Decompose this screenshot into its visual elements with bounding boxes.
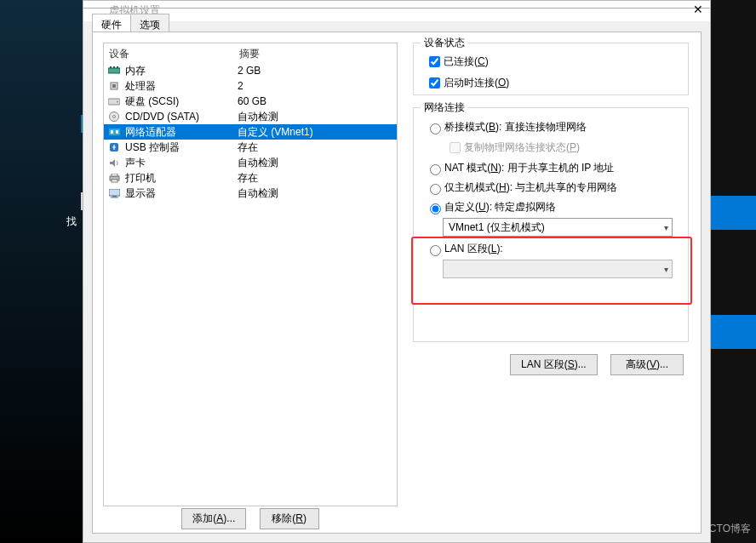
remove-button[interactable]: 移除(R) bbox=[260, 508, 319, 529]
svg-rect-5 bbox=[112, 84, 116, 88]
network-icon bbox=[107, 126, 121, 138]
memory-icon bbox=[107, 65, 121, 77]
chevron-down-icon: ▾ bbox=[664, 223, 668, 232]
bg-letter: 找 bbox=[66, 214, 77, 229]
svg-rect-11 bbox=[111, 130, 113, 134]
hardware-list-header: 设备 摘要 bbox=[104, 43, 397, 63]
group-network-title: 网络连接 bbox=[421, 100, 468, 115]
hw-label: CD/DVD (SATA) bbox=[125, 111, 238, 123]
radio-lan-segment[interactable]: LAN 区段(L): bbox=[426, 242, 688, 256]
svg-point-7 bbox=[117, 101, 118, 103]
svg-rect-12 bbox=[116, 130, 118, 134]
hw-label: 显示器 bbox=[125, 186, 238, 201]
lan-segments-button[interactable]: LAN 区段(S)... bbox=[510, 354, 598, 375]
radio-nat[interactable]: NAT 模式(N): 用于共享主机的 IP 地址 bbox=[426, 161, 688, 175]
lan-radio-input[interactable] bbox=[430, 245, 441, 256]
hw-row-display[interactable]: 显示器 自动检测 bbox=[104, 186, 397, 201]
hw-label: USB 控制器 bbox=[125, 140, 238, 155]
hostonly-radio-input[interactable] bbox=[430, 184, 441, 195]
svg-rect-16 bbox=[112, 180, 117, 182]
checkbox-replicate: 复制物理网络连接状态(P) bbox=[446, 140, 688, 156]
printer-icon bbox=[107, 172, 121, 184]
radio-hostonly[interactable]: 仅主机模式(H): 与主机共享的专用网络 bbox=[426, 180, 688, 195]
connected-label: 已连接(C) bbox=[444, 54, 489, 69]
hw-row-cddvd[interactable]: CD/DVD (SATA) 自动检测 bbox=[104, 109, 397, 124]
hw-value: 自定义 (VMnet1) bbox=[238, 125, 393, 140]
add-button[interactable]: 添加(A)... bbox=[181, 508, 246, 529]
svg-rect-0 bbox=[108, 68, 120, 73]
nat-label: NAT 模式(N): 用于共享主机的 IP 地址 bbox=[444, 161, 614, 175]
connected-checkbox-input[interactable] bbox=[429, 56, 440, 67]
hw-value: 存在 bbox=[238, 171, 393, 186]
hw-row-sound[interactable]: 声卡 自动检测 bbox=[104, 155, 397, 170]
display-icon bbox=[107, 187, 121, 199]
sound-icon bbox=[107, 157, 121, 169]
hw-row-cpu[interactable]: 处理器 2 bbox=[104, 78, 397, 94]
svg-rect-10 bbox=[109, 129, 120, 135]
chevron-down-icon: ▾ bbox=[664, 265, 668, 274]
svg-rect-15 bbox=[112, 174, 117, 176]
checkbox-connect-at-poweron[interactable]: 启动时连接(O) bbox=[426, 75, 688, 91]
lan-segment-combo: ▾ bbox=[443, 260, 673, 278]
replicate-checkbox-input bbox=[450, 142, 461, 153]
svg-rect-3 bbox=[117, 66, 118, 68]
hw-value: 自动检测 bbox=[238, 110, 393, 124]
hw-label: 内存 bbox=[125, 64, 238, 78]
advanced-button[interactable]: 高级(V)... bbox=[610, 354, 684, 375]
hw-value: 60 GB bbox=[238, 95, 393, 107]
hdd-icon bbox=[107, 95, 121, 107]
cd-icon bbox=[107, 111, 121, 123]
hw-row-network-adapter[interactable]: 网络适配器 自定义 (VMnet1) bbox=[104, 124, 397, 140]
svg-point-9 bbox=[113, 116, 116, 118]
radio-bridged[interactable]: 桥接模式(B): 直接连接物理网络 bbox=[426, 120, 688, 134]
hw-label: 硬盘 (SCSI) bbox=[125, 94, 238, 109]
cpu-icon bbox=[107, 80, 121, 92]
hw-row-harddisk[interactable]: 硬盘 (SCSI) 60 GB bbox=[104, 94, 397, 109]
group-device-state: 设备状态 已连接(C) 启动时连接(O) bbox=[413, 43, 689, 95]
nat-radio-input[interactable] bbox=[430, 164, 441, 175]
hw-row-printer[interactable]: 打印机 存在 bbox=[104, 170, 397, 186]
svg-rect-1 bbox=[110, 66, 112, 68]
col-device: 设备 bbox=[109, 47, 239, 61]
hw-value: 2 GB bbox=[238, 65, 393, 77]
checkbox-connected[interactable]: 已连接(C) bbox=[426, 54, 688, 70]
hw-value: 自动检测 bbox=[238, 186, 393, 201]
hw-label: 网络适配器 bbox=[125, 125, 238, 140]
hw-value: 2 bbox=[238, 80, 393, 92]
hostonly-label: 仅主机模式(H): 与主机共享的专用网络 bbox=[444, 180, 617, 195]
hw-value: 自动检测 bbox=[238, 156, 393, 170]
svg-rect-2 bbox=[113, 66, 115, 68]
dialog-titlebar: 虚拟机设置 ✕ bbox=[83, 1, 710, 21]
hw-label: 声卡 bbox=[125, 156, 238, 170]
tab-pane: 设备 摘要 内存 2 GB 处理器 2 硬盘 (SCSI) 60 GB CD/D… bbox=[92, 31, 702, 534]
close-icon[interactable]: ✕ bbox=[693, 3, 703, 16]
svg-rect-19 bbox=[111, 197, 118, 197]
replicate-label: 复制物理网络连接状态(P) bbox=[464, 140, 580, 155]
background-desktop bbox=[0, 0, 83, 543]
hw-label: 处理器 bbox=[125, 79, 238, 94]
hw-value: 存在 bbox=[238, 140, 393, 155]
lan-label: LAN 区段(L): bbox=[444, 242, 503, 256]
custom-label: 自定义(U): 特定虚拟网络 bbox=[444, 200, 556, 214]
network-extra-buttons: LAN 区段(S)... 高级(V)... bbox=[505, 354, 689, 375]
poweron-checkbox-input[interactable] bbox=[429, 77, 440, 89]
custom-vmnet-combo[interactable]: VMnet1 (仅主机模式) ▾ bbox=[443, 218, 673, 237]
bridged-radio-input[interactable] bbox=[430, 123, 441, 134]
bg-blue-2 bbox=[711, 315, 756, 349]
usb-icon bbox=[107, 141, 121, 153]
background-right bbox=[711, 0, 756, 543]
col-summary: 摘要 bbox=[239, 47, 260, 61]
vm-settings-dialog: 虚拟机设置 ✕ 硬件选项 设备 摘要 内存 2 GB 处理器 2 硬 bbox=[83, 0, 711, 543]
svg-rect-17 bbox=[109, 189, 120, 196]
svg-rect-18 bbox=[112, 196, 117, 197]
hw-row-usb[interactable]: USB 控制器 存在 bbox=[104, 140, 397, 155]
custom-radio-input[interactable] bbox=[430, 203, 441, 214]
radio-custom[interactable]: 自定义(U): 特定虚拟网络 bbox=[426, 200, 688, 214]
hw-row-memory[interactable]: 内存 2 GB bbox=[104, 63, 397, 78]
hardware-list[interactable]: 设备 摘要 内存 2 GB 处理器 2 硬盘 (SCSI) 60 GB CD/D… bbox=[103, 43, 398, 506]
hw-label: 打印机 bbox=[125, 171, 238, 186]
bg-blue-1 bbox=[711, 196, 756, 230]
poweron-label: 启动时连接(O) bbox=[444, 76, 509, 90]
group-network-connection: 网络连接 桥接模式(B): 直接连接物理网络 复制物理网络连接状态(P) NAT… bbox=[413, 107, 689, 342]
hardware-bottom-buttons: 添加(A)... 移除(R) bbox=[103, 508, 398, 529]
